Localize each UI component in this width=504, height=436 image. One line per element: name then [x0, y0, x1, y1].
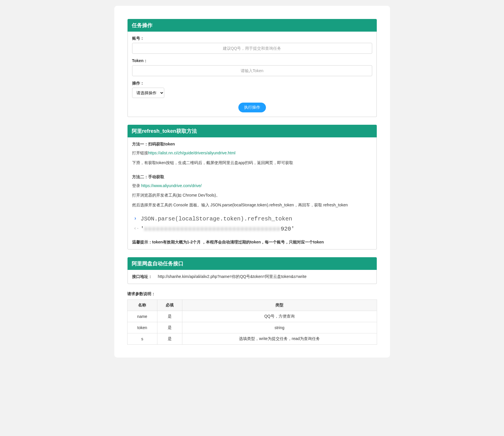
- method2-link[interactable]: https://www.aliyundrive.com/drive/: [141, 183, 202, 188]
- cell-type: string: [182, 322, 377, 333]
- refresh-token-body: 方法一：扫码获取token 打开链接https://alist.nn.ci/zh…: [128, 137, 377, 249]
- console-block: › JSON.parse(localStorage.token).refresh…: [132, 212, 372, 236]
- task-operation-body: 账号： Token： 操作： 请选择操作 执行操作: [128, 32, 377, 117]
- params-table: 名称 必填 类型 name 是 QQ号，方便查询 token 是 string …: [127, 299, 377, 345]
- api-heading: 阿里网盘自动任务接口: [128, 257, 377, 270]
- return-arrow-icon: ‹·: [134, 226, 139, 231]
- api-panel: 阿里网盘自动任务接口 接口地址： http://shanhe.kim/api/a…: [127, 257, 377, 284]
- account-label: 账号：: [132, 36, 372, 41]
- task-operation-panel: 任务操作 账号： Token： 操作： 请选择操作 执行操作: [127, 19, 377, 117]
- method1-line2: 下滑，有获取token按钮，生成二维码后，截屏使用阿里云盘app扫码，返回网页，…: [132, 160, 372, 166]
- task-operation-heading: 任务操作: [128, 19, 377, 32]
- method2-login-text: 登录: [132, 183, 141, 188]
- api-address-label: 接口地址：: [132, 274, 152, 279]
- method1-link[interactable]: https://alist.nn.ci/zh/guide/drivers/ali…: [148, 151, 235, 155]
- console-code: JSON.parse(localStorage.token).refresh_t…: [141, 216, 292, 222]
- warm-tip: 温馨提示：token有效期大概为1-2个月 ，本程序会自动清理过期的token，…: [132, 240, 372, 245]
- cell-type: 选填类型，write为提交任务，read为查询任务: [182, 333, 377, 344]
- refresh-token-heading: 阿里refresh_token获取方法: [128, 125, 377, 137]
- method2-line3: 然后选择开发者工具的 Console 面板。输入 JSON.parse(loca…: [132, 202, 372, 209]
- token-input[interactable]: [132, 65, 372, 76]
- table-header-row: 名称 必填 类型: [127, 299, 377, 311]
- table-row: token 是 string: [127, 322, 377, 333]
- token-label: Token：: [132, 58, 372, 64]
- cell-name: token: [127, 322, 157, 333]
- th-name: 名称: [127, 299, 157, 311]
- method2-title: 方法二：手动获取: [132, 174, 372, 180]
- cell-required: 是: [157, 322, 182, 333]
- table-row: s 是 选填类型，write为提交任务，read为查询任务: [127, 333, 377, 344]
- method1-line1: 打开链接https://alist.nn.ci/zh/guide/drivers…: [132, 150, 372, 157]
- account-input[interactable]: [132, 43, 372, 54]
- operation-label: 操作：: [132, 81, 372, 86]
- chevron-right-icon: ›: [134, 216, 137, 221]
- api-url: http://shanhe.kim/api/ali/aliv2.php?name…: [158, 274, 306, 279]
- method1-title: 方法一：扫码获取token: [132, 142, 372, 147]
- th-required: 必填: [157, 299, 182, 311]
- console-result: 'xxxxxxxxxxxxxxxxxxxxxxxxxxxxxxxxxx920': [141, 226, 369, 232]
- params-title: 请求参数说明：: [127, 291, 377, 297]
- method2-line2: 打开浏览器的开发者工具(如 Chrome DevTools)。: [132, 192, 372, 199]
- submit-button[interactable]: 执行操作: [238, 103, 266, 112]
- cell-name: name: [127, 311, 157, 322]
- api-address-row: 接口地址： http://shanhe.kim/api/ali/aliv2.ph…: [128, 270, 377, 284]
- cell-required: 是: [157, 311, 182, 322]
- th-type: 类型: [182, 299, 377, 311]
- cell-type: QQ号，方便查询: [182, 311, 377, 322]
- table-row: name 是 QQ号，方便查询: [127, 311, 377, 322]
- cell-name: s: [127, 333, 157, 344]
- refresh-token-panel: 阿里refresh_token获取方法 方法一：扫码获取token 打开链接ht…: [127, 124, 377, 250]
- method2-line1: 登录 https://www.aliyundrive.com/drive/: [132, 183, 372, 189]
- method1-prefix: 打开链接: [132, 151, 148, 155]
- operation-select[interactable]: 请选择操作: [132, 88, 164, 98]
- cell-required: 是: [157, 333, 182, 344]
